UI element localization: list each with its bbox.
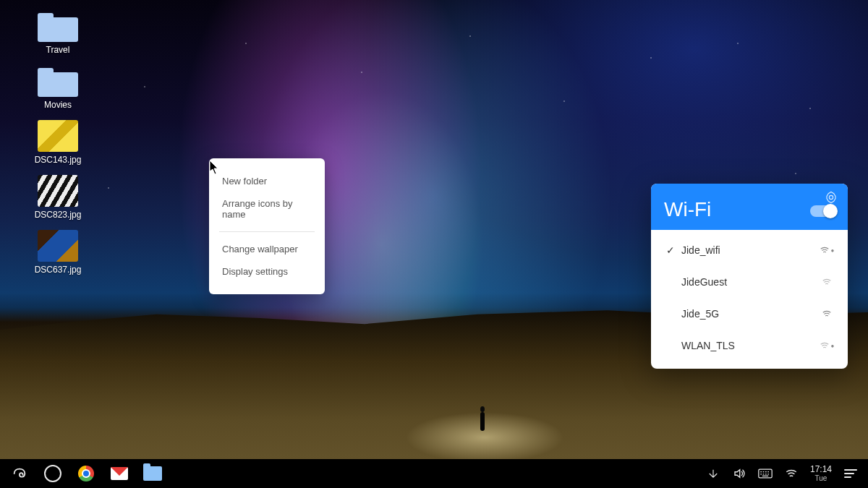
chrome-icon[interactable] (77, 464, 95, 483)
wifi-signal-icon (819, 309, 835, 319)
settings-icon[interactable] (825, 191, 838, 204)
taskbar-right: 17:14 Tue (706, 465, 868, 482)
wifi-network-name: JideGuest (677, 276, 819, 288)
context-display-settings[interactable]: Display settings (209, 260, 325, 283)
image-thumbnail (38, 230, 78, 262)
taskbar: 17:14 Tue (0, 459, 868, 488)
context-change-wallpaper[interactable]: Change wallpaper (209, 238, 325, 260)
toggle-knob (823, 204, 838, 218)
desktop-folder-movies[interactable]: Movies (22, 65, 94, 110)
wifi-network-item[interactable]: WLAN_TLS ● (651, 330, 848, 361)
keyboard-icon[interactable] (758, 466, 773, 481)
folder-icon (38, 65, 78, 97)
launcher-icon[interactable] (10, 464, 29, 483)
wifi-network-item[interactable]: Jide_5G (651, 298, 848, 330)
lock-icon: ● (831, 247, 835, 254)
menu-icon[interactable] (843, 466, 858, 481)
svg-rect-2 (759, 469, 772, 478)
wifi-network-name: Jide_5G (677, 308, 819, 320)
desktop-image-1[interactable]: DSC143.jpg (22, 120, 94, 165)
wifi-network-name: WLAN_TLS (677, 340, 819, 351)
wallpaper-figure (477, 405, 488, 440)
gmail-icon[interactable] (110, 464, 129, 483)
wifi-signal-icon: ● (819, 341, 835, 351)
desktop-image-2[interactable]: DSC823.jpg (22, 175, 94, 220)
wifi-quick-panel: Wi-Fi ✓ Jide_wifi ● JideGuest Jide_5G (651, 184, 848, 369)
desktop-context-menu: New folder Arrange icons by name Change … (209, 158, 325, 294)
wifi-network-item[interactable]: JideGuest (651, 266, 848, 298)
taskbar-left (0, 464, 162, 483)
icon-label: DSC143.jpg (35, 155, 82, 165)
check-icon: ✓ (664, 244, 677, 256)
context-divider (219, 231, 315, 232)
lock-icon: ● (831, 343, 835, 349)
wifi-network-name: Jide_wifi (677, 244, 819, 256)
desktop-folder-travel[interactable]: Travel (22, 10, 94, 55)
show-desktop-icon[interactable] (706, 466, 720, 481)
clock-time: 17:14 (810, 465, 832, 474)
wifi-signal-icon: ● (819, 245, 835, 255)
wifi-tray-icon[interactable] (784, 466, 799, 481)
icon-label: DSC823.jpg (35, 210, 82, 220)
image-thumbnail (38, 120, 78, 152)
wifi-network-list: ✓ Jide_wifi ● JideGuest Jide_5G WLAN_TLS (651, 230, 848, 369)
search-icon[interactable] (43, 464, 62, 483)
wifi-panel-header: Wi-Fi (651, 184, 848, 230)
volume-icon[interactable] (732, 466, 746, 481)
wifi-panel-title: Wi-Fi (664, 198, 835, 221)
svg-marker-0 (827, 192, 835, 203)
svg-point-1 (829, 195, 833, 199)
wifi-toggle[interactable] (810, 205, 836, 217)
clock-day: Tue (810, 474, 832, 482)
files-icon[interactable] (143, 464, 162, 483)
desktop-icons-area: Travel Movies DSC143.jpg DSC823.jpg DSC6… (0, 0, 101, 275)
wifi-network-item[interactable]: ✓ Jide_wifi ● (651, 234, 848, 266)
image-thumbnail (38, 175, 78, 207)
wifi-signal-icon (819, 277, 835, 287)
folder-icon (38, 10, 78, 42)
icon-label: Movies (44, 100, 72, 110)
taskbar-clock[interactable]: 17:14 Tue (810, 465, 832, 482)
desktop-image-3[interactable]: DSC637.jpg (22, 230, 94, 275)
context-arrange-icons[interactable]: Arrange icons by name (209, 192, 325, 226)
icon-label: Travel (46, 45, 70, 55)
context-new-folder[interactable]: New folder (209, 170, 325, 192)
icon-label: DSC637.jpg (35, 265, 82, 275)
